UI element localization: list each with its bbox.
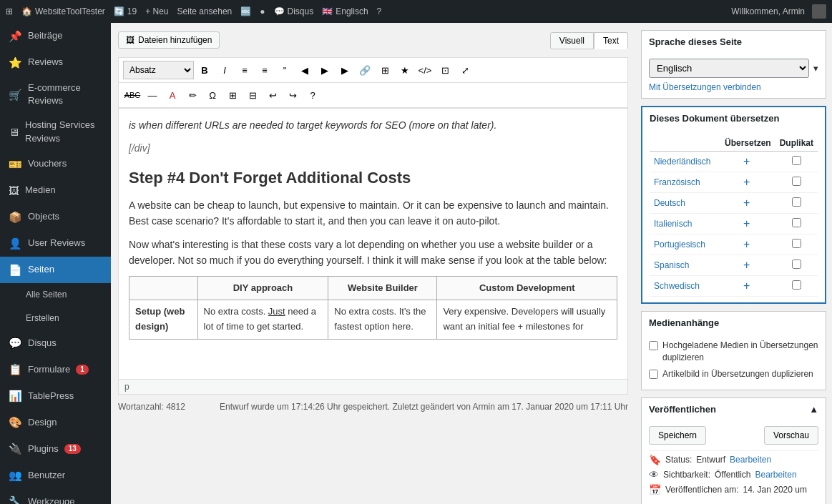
duplicate-check-sv[interactable] (775, 276, 818, 297)
duplicate-check-it[interactable] (775, 214, 818, 234)
collapse-arrow-icon[interactable]: ▲ (809, 404, 818, 415)
tab-visual[interactable]: Visuell (550, 32, 594, 49)
language-btn[interactable]: 🇬🇧 Englisch (322, 6, 368, 16)
sidebar-item-benutzer[interactable]: 👥 Benutzer (0, 462, 111, 488)
outdent-btn[interactable]: ⊟ (243, 86, 262, 104)
dup-checkbox-es[interactable] (792, 260, 801, 269)
pen-btn[interactable]: ✏ (183, 86, 202, 104)
undo-btn[interactable]: ↩ (263, 86, 282, 104)
editor-content[interactable]: is when different URLs are needed to tar… (118, 108, 628, 380)
star-btn[interactable]: ★ (396, 61, 414, 79)
table-btn[interactable]: ⊡ (436, 61, 454, 79)
bold-btn[interactable]: B (195, 61, 214, 79)
upload-btn[interactable]: 🖼 Dateien hinzufügen (118, 31, 220, 49)
dup-checkbox-it[interactable] (792, 218, 801, 227)
translation-link[interactable]: Mit Übersetzungen verbinden (649, 82, 818, 92)
dup-checkbox-sv[interactable] (792, 280, 801, 290)
editor-panel: 🖼 Dateien hinzufügen Visuell Text Absatz… (111, 23, 635, 504)
sidebar-item-formulare[interactable]: 📋 Formulare 1 (0, 356, 111, 382)
sidebar-item-seiten[interactable]: 📄 Seiten (0, 257, 111, 283)
lang-name[interactable]: Portugiesisch (650, 234, 718, 255)
sidebar-item-label: TablePress (28, 390, 74, 402)
sidebar-item-werkzeuge[interactable]: 🔧 Werkzeuge (0, 488, 111, 504)
home-icon-btn[interactable]: 🏠 WebsiteToolTester (21, 6, 105, 16)
code-btn[interactable]: </> (416, 61, 434, 79)
sidebar-item-erstellen[interactable]: Erstellen (0, 307, 111, 330)
sidebar-item-beitraege[interactable]: 📌 Beiträge (0, 23, 111, 49)
updates-btn[interactable]: 🔄 19 (114, 6, 137, 16)
translate-plus-de[interactable]: + (718, 193, 775, 214)
redo-btn[interactable]: ↪ (283, 86, 302, 104)
sidebar-item-design[interactable]: 🎨 Design (0, 409, 111, 435)
ol-btn[interactable]: ≡ (255, 61, 274, 79)
polylang-icon[interactable]: 🔤 (240, 6, 251, 16)
sidebar-item-alle-seiten[interactable]: Alle Seiten (0, 283, 111, 307)
lang-name[interactable]: Niederländisch (650, 152, 718, 172)
align-right-btn[interactable]: ▶ (336, 61, 354, 79)
indent-btn[interactable]: ⊞ (223, 86, 242, 104)
more-btn[interactable]: ⊞ (376, 61, 394, 79)
sidebar-item-objects[interactable]: 📦 Objects (0, 204, 111, 230)
dup-checkbox-nl[interactable] (792, 156, 801, 165)
sidebar-item-user-reviews[interactable]: 👤 User Reviews (0, 230, 111, 257)
sidebar-item-vouchers[interactable]: 🎫 Vouchers (0, 151, 111, 177)
translate-plus-pt[interactable]: + (718, 234, 775, 255)
italic-paragraph: is when different URLs are needed to tar… (129, 117, 617, 133)
circle-btn[interactable]: ● (260, 6, 265, 16)
view-site-btn[interactable]: Seite ansehen (177, 6, 233, 16)
help-editor-btn[interactable]: ? (303, 86, 322, 104)
sidebar-item-disqus[interactable]: 💬 Disqus (0, 330, 111, 356)
language-dropdown[interactable]: Englisch Deutsch (649, 59, 809, 78)
tab-text[interactable]: Text (594, 32, 628, 49)
align-left-btn[interactable]: ◀ (295, 61, 314, 79)
duplicate-check-fr[interactable] (775, 172, 818, 193)
color-btn[interactable]: A (163, 86, 182, 104)
sidebar-item-ecommerce-reviews[interactable]: 🛒 E-commerce Reviews (0, 76, 111, 113)
duplicate-check-es[interactable] (775, 255, 818, 276)
objects-icon: 📦 (9, 209, 22, 224)
dup-checkbox-pt[interactable] (792, 239, 801, 248)
sidebar-item-tablepress[interactable]: 📊 TablePress (0, 382, 111, 409)
status-edit-link[interactable]: Bearbeiten (730, 455, 771, 465)
sidebar-item-reviews[interactable]: ⭐ Reviews (0, 49, 111, 76)
help-btn[interactable]: ? (377, 6, 382, 16)
fullscreen-btn[interactable]: ⤢ (456, 61, 474, 79)
lang-name[interactable]: Schwedisch (650, 276, 718, 297)
lang-name[interactable]: Italienisch (650, 214, 718, 234)
save-btn[interactable]: Speichern (649, 426, 706, 445)
translate-plus-nl[interactable]: + (718, 152, 775, 172)
new-btn[interactable]: + Neu (145, 6, 168, 16)
translate-plus-fr[interactable]: + (718, 172, 775, 193)
special-char-btn[interactable]: Ω (203, 86, 222, 104)
link-btn[interactable]: 🔗 (356, 61, 374, 79)
disqus-btn[interactable]: 💬 Disqus (274, 6, 314, 16)
translate-plus-es[interactable]: + (718, 255, 775, 276)
visibility-edit-link[interactable]: Bearbeiten (755, 470, 797, 480)
sidebar-item-hosting-services-reviews[interactable]: 🖥 Hosting Services Reviews (0, 113, 111, 150)
preview-btn[interactable]: Vorschau (764, 426, 818, 445)
dup-checkbox-de[interactable] (792, 197, 801, 207)
sidebar-item-label: Disqus (28, 337, 57, 350)
lang-name[interactable]: Spanisch (650, 255, 718, 276)
lang-name[interactable]: Deutsch (650, 193, 718, 214)
italic-btn[interactable]: I (215, 61, 234, 79)
strikethrough-btn[interactable]: ABC (123, 86, 142, 104)
blockquote-btn[interactable]: " (275, 61, 294, 79)
translate-plus-sv[interactable]: + (718, 276, 775, 297)
ul-btn[interactable]: ≡ (235, 61, 254, 79)
media-option1-checkbox[interactable] (649, 341, 658, 350)
duplicate-check-nl[interactable] (775, 152, 818, 172)
duplicate-check-pt[interactable] (775, 234, 818, 255)
sidebar-item-plugins[interactable]: 🔌 Plugins 13 (0, 435, 111, 462)
sidebar-item-medien[interactable]: 🖼 Medien (0, 177, 111, 204)
flag-icon: 🇬🇧 (322, 6, 333, 16)
duplicate-check-de[interactable] (775, 193, 818, 214)
translate-plus-it[interactable]: + (718, 214, 775, 234)
dup-checkbox-fr[interactable] (792, 177, 801, 186)
align-center-btn[interactable]: ▶ (315, 61, 334, 79)
paragraph-select[interactable]: Absatz Überschrift 1 Überschrift 2 (123, 61, 194, 79)
hr-btn[interactable]: — (143, 86, 162, 104)
wp-logo-btn[interactable]: ⊞ (6, 6, 13, 16)
lang-name[interactable]: Französisch (650, 172, 718, 193)
media-option2-checkbox[interactable] (649, 370, 658, 379)
